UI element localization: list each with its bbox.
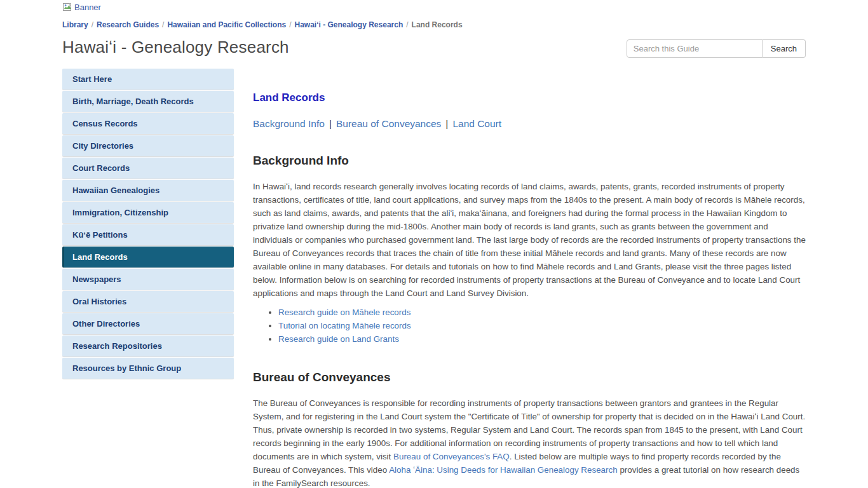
sidebar-item-newspapers[interactable]: Newspapers — [62, 269, 234, 290]
mahele-records-tutorial-link[interactable]: Tutorial on locating Māhele records — [278, 321, 411, 330]
subnav-separator: | — [445, 118, 448, 129]
search-input[interactable] — [627, 39, 763, 58]
list-item: Research guide on Land Grants — [278, 332, 806, 346]
breadcrumb-link-guide-home[interactable]: Hawaiʻi - Genealogy Research — [295, 20, 403, 29]
sidebar-item-start-here[interactable]: Start Here — [62, 69, 234, 90]
jump-link-background-info[interactable]: Background Info — [253, 118, 325, 129]
background-info-link-list: Research guide on Māhele records Tutoria… — [253, 306, 806, 346]
sidebar-item-kue-petitions[interactable]: Kūʻē Petitions — [62, 224, 234, 245]
bureau-of-conveyances-paragraph: The Bureau of Conveyances is responsible… — [253, 396, 806, 488]
breadcrumb-current-page: Land Records — [412, 20, 463, 29]
breadcrumb-separator: / — [289, 20, 291, 29]
banner-link[interactable]: Banner — [62, 2, 101, 12]
broken-image-icon — [62, 2, 72, 12]
breadcrumb-link-library[interactable]: Library — [62, 20, 88, 29]
sidebar-item-immigration-citizenship[interactable]: Immigration, Citizenship — [62, 202, 234, 223]
page-container: Banner Library/Research Guides/Hawaiian … — [62, 0, 806, 488]
sidebar-item-research-repositories[interactable]: Research Repositories — [62, 336, 234, 356]
sidebar-item-other-directories[interactable]: Other Directories — [62, 313, 234, 334]
page-title: Hawaiʻi - Genealogy Research — [62, 37, 289, 57]
section-jump-links: Background Info|Bureau of Conveyances|La… — [253, 118, 806, 130]
breadcrumb-separator: / — [406, 20, 408, 29]
jump-link-bureau-of-conveyances[interactable]: Bureau of Conveyances — [336, 118, 441, 129]
bureau-of-conveyances-heading: Bureau of Conveyances — [253, 370, 806, 384]
guide-navigation-sidebar: Start Here Birth, Marriage, Death Record… — [62, 69, 234, 488]
breadcrumb-link-research-guides[interactable]: Research Guides — [97, 20, 159, 29]
breadcrumb-separator: / — [92, 20, 93, 29]
breadcrumb-separator: / — [162, 20, 164, 29]
subnav-separator: | — [329, 118, 332, 129]
guide-header: Hawaiʻi - Genealogy Research Search — [62, 37, 806, 58]
background-info-heading: Background Info — [253, 154, 806, 168]
breadcrumb: Library/Research Guides/Hawaiian and Pac… — [62, 20, 806, 29]
sidebar-item-land-records[interactable]: Land Records — [62, 247, 234, 268]
sidebar-item-census-records[interactable]: Census Records — [62, 113, 234, 134]
bureau-faq-link[interactable]: Bureau of Conveyances's FAQ — [393, 452, 510, 461]
main-content: Land Records Background Info|Bureau of C… — [253, 69, 806, 488]
guide-search: Search — [627, 39, 806, 58]
sidebar-item-city-directories[interactable]: City Directories — [62, 135, 234, 156]
sidebar-item-oral-histories[interactable]: Oral Histories — [62, 291, 234, 312]
search-button[interactable]: Search — [763, 39, 806, 58]
content-layout: Start Here Birth, Marriage, Death Record… — [62, 69, 806, 488]
list-item: Tutorial on locating Māhele records — [278, 319, 806, 332]
banner-alt-text: Banner — [74, 3, 101, 12]
sidebar-item-resources-by-ethnic-group[interactable]: Resources by Ethnic Group — [62, 358, 234, 379]
breadcrumb-link-hawaiian-pacific-collections[interactable]: Hawaiian and Pacific Collections — [167, 20, 286, 29]
sidebar-item-birth-marriage-death-records[interactable]: Birth, Marriage, Death Records — [62, 91, 234, 112]
land-grants-guide-link[interactable]: Research guide on Land Grants — [278, 334, 399, 344]
list-item: Research guide on Māhele records — [278, 306, 806, 319]
content-page-heading: Land Records — [253, 92, 806, 104]
mahele-records-guide-link[interactable]: Research guide on Māhele records — [278, 308, 410, 317]
aloha-aina-video-link[interactable]: Aloha ʻĀina: Using Deeds for Hawaiian Ge… — [389, 465, 618, 475]
jump-link-land-court[interactable]: Land Court — [452, 118, 501, 129]
sidebar-item-court-records[interactable]: Court Records — [62, 158, 234, 179]
background-info-paragraph: In Hawaiʻi, land records research genera… — [253, 180, 806, 300]
sidebar-item-hawaiian-genealogies[interactable]: Hawaiian Genealogies — [62, 180, 234, 201]
